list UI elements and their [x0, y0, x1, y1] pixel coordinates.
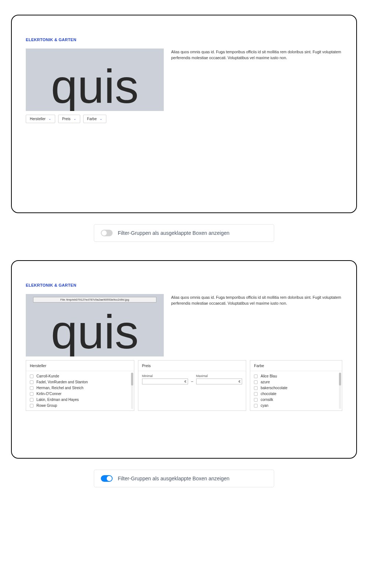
file-path-chip: File /tmp/eb079127ed787c5a2ae90553e9cc2d…	[33, 297, 156, 302]
checkbox-label: Lakin, Erdman and Hayes	[36, 398, 79, 402]
dropdown-label: Farbe	[87, 117, 97, 121]
checkbox-label: Carroll-Kunde	[36, 374, 59, 378]
checkbox-icon[interactable]	[254, 386, 258, 390]
checkbox-icon[interactable]	[254, 380, 258, 384]
list-item[interactable]: Herman, Reichel and Streich	[30, 386, 130, 390]
filter-box-body: Alice Blau azure bakerschocolate chocola…	[250, 371, 342, 410]
checkbox-label: bakerschocolate	[261, 386, 287, 390]
list-item[interactable]: Carroll-Kunde	[30, 374, 130, 378]
checkbox-icon[interactable]	[30, 380, 33, 384]
chevron-down-icon: ⌄	[100, 117, 102, 121]
currency-label: €	[238, 380, 240, 383]
toggle-knob	[102, 230, 107, 236]
list-item[interactable]: Kirlin-O'Conner	[30, 392, 130, 396]
hersteller-filter-box: Hersteller Carroll-Kunde Fadel, VonRuede…	[26, 360, 134, 411]
checkbox-icon[interactable]	[30, 386, 33, 390]
filter-box-header: Hersteller	[26, 361, 134, 371]
toggle-bar-on: Filter-Gruppen als ausgeklappte Boxen an…	[94, 470, 274, 487]
list-item[interactable]: bakerschocolate	[254, 386, 338, 390]
category-description: Alias quos omnis quas id. Fuga temporibu…	[171, 294, 342, 306]
toggle-bar-off: Filter-Gruppen als ausgeklappte Boxen an…	[94, 224, 274, 242]
filter-dropdown-row: Hersteller ⌄ Preis ⌄ Farbe ⌄	[26, 115, 342, 123]
hero-image: File /tmp/eb079127ed787c5a2ae90553e9cc2d…	[26, 294, 164, 356]
category-title: ELEKRTONIK & GARTEN	[26, 37, 342, 42]
chevron-down-icon: ⌄	[49, 117, 51, 121]
expand-filter-toggle[interactable]	[101, 475, 113, 482]
list-item[interactable]: cornsilk	[254, 398, 338, 402]
checkbox-label: Fadel, VonRueden and Stanton	[36, 380, 88, 384]
chevron-down-icon: ⌄	[74, 117, 76, 121]
scrollbar-thumb[interactable]	[339, 373, 341, 386]
preview-panel-collapsed: ELEKRTONIK & GARTEN quis Alias quos omni…	[11, 15, 357, 213]
dropdown-label: Hersteller	[30, 117, 46, 121]
checkbox-label: Rowe Group	[36, 404, 57, 408]
list-item[interactable]: Rowe Group	[30, 404, 130, 408]
price-min-label: Minimal	[142, 374, 188, 378]
checkbox-icon[interactable]	[254, 392, 258, 396]
toggle-knob	[107, 476, 112, 481]
farbe-dropdown[interactable]: Farbe ⌄	[83, 115, 106, 123]
category-description: Alias quos omnis quas id. Fuga temporibu…	[171, 49, 342, 61]
checkbox-icon[interactable]	[30, 392, 33, 396]
currency-label: €	[184, 380, 186, 383]
filter-box-header: Farbe	[250, 361, 342, 371]
scrollbar-thumb[interactable]	[131, 373, 133, 386]
list-item[interactable]: Lakin, Erdman and Hayes	[30, 398, 130, 402]
checkbox-label: Alice Blau	[261, 374, 277, 378]
checkbox-label: azure	[261, 380, 270, 384]
checkbox-icon[interactable]	[254, 374, 258, 378]
list-item[interactable]: chocolate	[254, 392, 338, 396]
scrollbar[interactable]	[339, 373, 341, 409]
list-item[interactable]: azure	[254, 380, 338, 384]
price-min-input[interactable]	[144, 380, 185, 383]
price-max-input[interactable]	[198, 380, 239, 383]
price-range: Minimal € – Maximal €	[142, 374, 243, 384]
farbe-filter-box: Farbe Alice Blau azure bakerschocolate c…	[250, 360, 342, 411]
category-title: ELEKRTONIK & GARTEN	[26, 283, 342, 287]
checkbox-label: chocolate	[261, 392, 276, 396]
hero-text: quis	[51, 67, 138, 105]
checkbox-label: Herman, Reichel and Streich	[36, 386, 84, 390]
scrollbar[interactable]	[131, 373, 133, 409]
list-item[interactable]: cyan	[254, 404, 338, 408]
preview-panel-expanded: ELEKRTONIK & GARTEN File /tmp/eb079127ed…	[11, 260, 357, 459]
price-max-label: Maximal	[196, 374, 243, 378]
content-row: File /tmp/eb079127ed787c5a2ae90553e9cc2d…	[26, 294, 342, 356]
price-min-input-wrap: €	[142, 379, 188, 384]
filter-box-body: Carroll-Kunde Fadel, VonRueden and Stant…	[26, 371, 134, 410]
preis-filter-box: Preis Minimal € – Maximal	[138, 360, 247, 411]
checkbox-icon[interactable]	[254, 398, 258, 402]
filter-boxes-row: Hersteller Carroll-Kunde Fadel, VonRuede…	[26, 360, 342, 411]
price-max-input-wrap: €	[196, 379, 243, 384]
hero-image: quis	[26, 49, 164, 111]
checkbox-label: cornsilk	[261, 398, 273, 402]
hero-text: quis	[51, 313, 138, 351]
toggle-label: Filter-Gruppen als ausgeklappte Boxen an…	[118, 230, 230, 236]
checkbox-icon[interactable]	[30, 404, 33, 408]
checkbox-icon[interactable]	[30, 398, 33, 402]
list-item[interactable]: Alice Blau	[254, 374, 338, 378]
price-range-dash: –	[191, 379, 193, 384]
content-row: quis Alias quos omnis quas id. Fuga temp…	[26, 49, 342, 111]
checkbox-label: Kirlin-O'Conner	[36, 392, 61, 396]
toggle-label: Filter-Gruppen als ausgeklappte Boxen an…	[118, 476, 230, 481]
checkbox-label: cyan	[261, 404, 268, 408]
list-item[interactable]: Fadel, VonRueden and Stanton	[30, 380, 130, 384]
preis-dropdown[interactable]: Preis ⌄	[58, 115, 80, 123]
checkbox-icon[interactable]	[254, 404, 258, 408]
dropdown-label: Preis	[62, 117, 71, 121]
filter-box-body: Minimal € – Maximal €	[138, 371, 246, 410]
expand-filter-toggle[interactable]	[101, 230, 113, 236]
filter-box-header: Preis	[138, 361, 246, 371]
checkbox-icon[interactable]	[30, 374, 33, 378]
hersteller-dropdown[interactable]: Hersteller ⌄	[26, 115, 55, 123]
